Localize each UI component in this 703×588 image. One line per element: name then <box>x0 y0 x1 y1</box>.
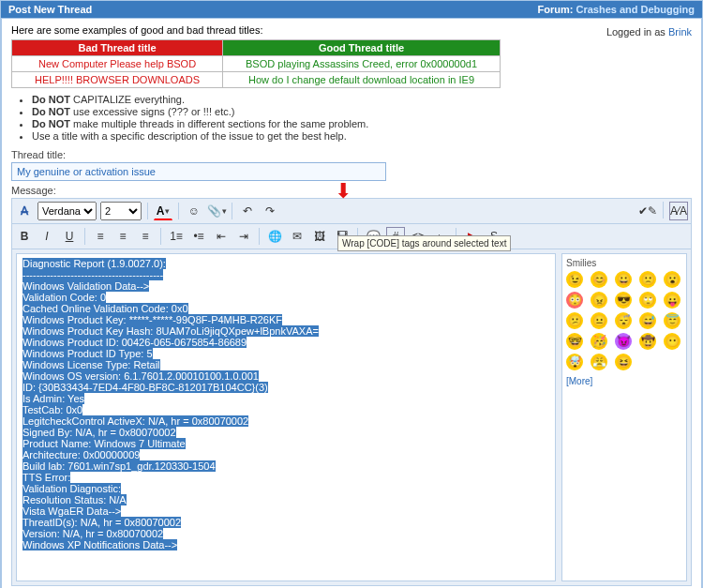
editor-toolbar-row1: A̶ Verdana 2 A ☺ 📎 ↶ ↷ ✔✎ A⁄A <box>11 198 692 224</box>
page-title: Post New Thread <box>8 4 92 15</box>
smiley-icon[interactable]: 🥳 <box>591 333 607 350</box>
thread-title-label: Thread title: <box>11 149 692 160</box>
smiley-icon[interactable] <box>639 354 656 370</box>
bold-icon[interactable]: B <box>15 227 34 246</box>
login-status: Logged in as Brink <box>606 23 692 38</box>
smiley-icon[interactable]: 😉 <box>566 271 583 288</box>
code-tooltip: Wrap [CODE] tags around selected text <box>337 235 511 251</box>
rules-list: Do NOT CAPITALIZE everything. Do NOT use… <box>32 94 692 142</box>
smiley-icon[interactable]: ☺ <box>185 202 203 220</box>
font-size-select[interactable]: 2 <box>100 202 142 220</box>
link-icon[interactable]: 🌐 <box>265 227 284 246</box>
list-item: Do NOT make multiple threads in differen… <box>32 118 692 129</box>
smiley-icon[interactable]: 😤 <box>591 354 607 370</box>
good-header: Good Thread title <box>223 40 501 56</box>
smiley-icon[interactable]: 🙁 <box>639 271 656 288</box>
smiley-icon[interactable]: 😎 <box>615 292 632 309</box>
smiley-icon[interactable]: 😶 <box>664 333 681 350</box>
outdent-icon[interactable]: ⇤ <box>212 227 231 246</box>
ordered-list-icon[interactable]: 1≡ <box>167 227 186 246</box>
align-center-icon[interactable]: ≡ <box>113 227 132 246</box>
unlink-icon[interactable]: ✉ <box>288 227 307 246</box>
title-bar: Post New Thread Forum: Crashes and Debug… <box>1 1 702 18</box>
smiley-icon[interactable]: 😊 <box>591 271 607 288</box>
smiley-icon[interactable]: 😅 <box>639 312 656 329</box>
undo-icon[interactable]: ↶ <box>238 202 257 220</box>
align-right-icon[interactable]: ≡ <box>136 227 155 246</box>
remove-format-icon[interactable]: A̶ <box>15 202 34 220</box>
smiley-icon[interactable]: 🤓 <box>566 333 583 350</box>
smiley-icon[interactable]: 😮 <box>664 271 681 288</box>
smiley-icon[interactable]: 😇 <box>664 312 681 329</box>
underline-icon[interactable]: U <box>60 227 79 246</box>
switch-mode-icon[interactable]: A⁄A <box>669 202 688 220</box>
smiley-icon[interactable]: 🙄 <box>639 292 656 309</box>
table-row: New Computer Please help BSOD BSOD playi… <box>12 56 501 72</box>
smiley-icon[interactable]: 😴 <box>615 312 632 329</box>
align-left-icon[interactable]: ≡ <box>91 227 110 246</box>
list-item: Do NOT CAPITALIZE everything. <box>32 94 692 105</box>
smiley-icon[interactable]: 😀 <box>615 271 632 288</box>
smilies-panel: Smilies 😉😊😀🙁😮😳😠😎🙄😛😕😐😴😅😇🤓🥳😈🤠😶🤯😤😆 [More] <box>561 253 687 581</box>
image-icon[interactable]: 🖼 <box>310 227 329 246</box>
message-label: Message: <box>11 185 692 196</box>
font-family-select[interactable]: Verdana <box>37 202 97 220</box>
list-item: Do NOT use excessive signs (??? or !!! e… <box>32 106 692 117</box>
smiley-icon[interactable]: 😕 <box>566 312 583 329</box>
bad-header: Bad Thread title <box>12 40 223 56</box>
redo-icon[interactable]: ↷ <box>261 202 279 220</box>
spellcheck-icon[interactable]: ✔✎ <box>638 202 657 220</box>
examples-intro: Here are some examples of good and bad t… <box>11 24 501 36</box>
message-textarea[interactable]: Diagnostic Report (1.9.0027.0):---------… <box>16 253 556 581</box>
thread-title-input[interactable] <box>11 162 386 181</box>
smiley-icon[interactable]: 😠 <box>591 292 607 309</box>
smiley-icon[interactable]: 😆 <box>615 354 632 370</box>
unordered-list-icon[interactable]: •≡ <box>189 227 208 246</box>
list-item: Use a title with a specific description … <box>32 130 692 142</box>
smiley-icon[interactable]: 😈 <box>615 333 632 350</box>
indent-icon[interactable]: ⇥ <box>234 227 253 246</box>
smilies-grid: 😉😊😀🙁😮😳😠😎🙄😛😕😐😴😅😇🤓🥳😈🤠😶🤯😤😆 <box>566 271 682 370</box>
smiley-icon[interactable]: 😐 <box>591 312 607 329</box>
smiley-icon[interactable]: 😛 <box>664 292 681 309</box>
attach-icon[interactable]: 📎 <box>207 202 226 220</box>
smiley-icon[interactable]: 😳 <box>566 292 583 309</box>
forum-breadcrumb: Forum: Crashes and Debugging <box>538 4 695 15</box>
forum-link[interactable]: Crashes and Debugging <box>576 4 695 15</box>
table-row: HELP!!!! BROWSER DOWNLOADS How do I chan… <box>12 72 501 88</box>
font-color-icon[interactable]: A <box>154 202 172 220</box>
italic-icon[interactable]: I <box>37 227 56 246</box>
examples-table: Bad Thread title Good Thread title New C… <box>11 39 501 88</box>
username-link[interactable]: Brink <box>668 26 692 38</box>
smiley-icon[interactable]: 🤯 <box>566 354 583 370</box>
more-smilies-link[interactable]: [More] <box>566 376 592 386</box>
smiley-icon[interactable]: 🤠 <box>639 333 656 350</box>
smilies-label: Smilies <box>566 258 682 268</box>
smiley-icon[interactable] <box>664 354 681 370</box>
